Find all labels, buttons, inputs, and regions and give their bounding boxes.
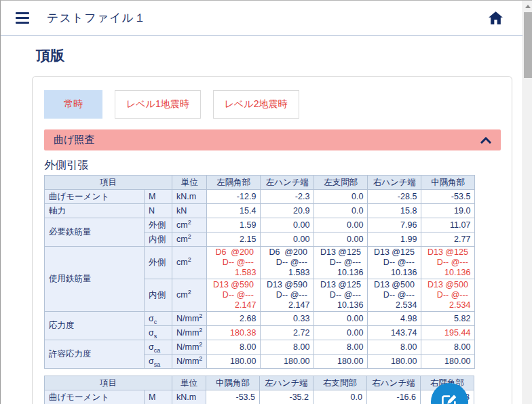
table-cell: 2.68 [207, 312, 261, 326]
outer-tension-table: 項目単位左隅角部左ハンチ端左支間部右ハンチ端中隅角部曲げモーメントMkN.m-1… [44, 175, 475, 369]
table-cell: 外側 [145, 218, 172, 233]
table-cell: D6 @200 D-- @--- 1.583 [261, 247, 314, 279]
table-row: 曲げモーメントMkN.m-53.5-35.20.0-16.6-22.3 [45, 390, 474, 404]
table-cell: N/mm2 [172, 340, 207, 355]
table-cell: M [145, 190, 172, 204]
table-cell: 5.82 [421, 312, 475, 326]
bending-check-section-header[interactable]: 曲げ照査 [44, 129, 501, 150]
table-cell: 右ハンチ端 [367, 376, 421, 390]
table-cell: 0.0 [314, 190, 368, 204]
table-cell: 曲げモーメント [45, 190, 145, 204]
table-cell: D13 @125 D-- @--- 10.136 [314, 247, 368, 279]
condition-tabs: 常時 レベル1地震時 レベル2地震時 [44, 90, 501, 119]
table-cell: 0.0 [314, 204, 368, 218]
table-cell: 右ハンチ端 [368, 176, 421, 190]
table-cell: 応力度 [45, 312, 145, 340]
tab-level1-earthquake[interactable]: レベル1地震時 [115, 90, 201, 119]
table-cell: -53.5 [421, 190, 475, 204]
table-row: 許容応力度σcaN/mm28.008.008.008.008.00 [45, 340, 475, 355]
table-cell: 左隅角部 [207, 176, 261, 190]
table-cell: 曲げモーメント [45, 390, 145, 404]
tab-level2-earthquake[interactable]: レベル2地震時 [213, 90, 299, 119]
table-cell: 15.4 [207, 204, 261, 218]
table-cell: 左ハンチ端 [260, 376, 314, 390]
table-cell: 1.59 [207, 218, 261, 233]
table-cell: 項目 [45, 176, 172, 190]
table-cell: 180.00 [421, 355, 475, 369]
chevron-up-icon[interactable] [480, 137, 491, 144]
table-cell: D13 @125 D-- @--- 10.136 [314, 279, 368, 312]
table-row: 項目単位左隅角部左ハンチ端左支間部右ハンチ端中隅角部 [45, 176, 475, 190]
table-cell: N/mm2 [172, 355, 207, 369]
app-title: テストファイル１ [47, 10, 147, 26]
table-cell: 軸力 [45, 204, 145, 218]
table-cell: 許容応力度 [45, 340, 145, 369]
table-cell: σsa [145, 355, 172, 369]
home-icon[interactable] [489, 12, 503, 24]
table-cell: N/mm2 [172, 312, 207, 326]
table-cell: 180.00 [368, 355, 421, 369]
table-cell: 2.77 [421, 233, 475, 247]
table-cell: 単位 [172, 176, 207, 190]
table-cell: 180.00 [207, 355, 261, 369]
table-cell: -28.5 [368, 190, 421, 204]
results-card: 常時 レベル1地震時 レベル2地震時 曲げ照査 外側引張 項目単位左隅角部左ハン… [32, 76, 512, 404]
table-cell: 0.00 [314, 218, 368, 233]
scrollbar-thumb[interactable] [524, 12, 532, 78]
table-cell: D13 @125 D-- @--- 10.136 [421, 247, 475, 279]
table-cell: 180.00 [261, 355, 314, 369]
tab-jyouji[interactable]: 常時 [44, 90, 102, 119]
table-cell: 0.33 [261, 312, 314, 326]
table-cell: 内側 [145, 279, 172, 312]
table-row: 必要鉄筋量外側cm21.590.000.007.9611.07 [45, 218, 475, 233]
table-cell: 項目 [45, 376, 172, 390]
table-cell: kN.m [172, 390, 206, 404]
table-cell: 2.72 [261, 326, 314, 340]
table-cell: 0.00 [314, 233, 368, 247]
table-cell: 8.00 [314, 340, 368, 355]
table-cell: 内側 [145, 233, 172, 247]
table-cell: D13 @500 D-- @--- 2.534 [421, 279, 475, 312]
table-cell: D13 @590 D-- @--- 2.147 [261, 279, 314, 312]
table-cell: 180.00 [314, 355, 368, 369]
table-cell: 中隅角部 [421, 176, 475, 190]
table-cell: D13 @500 D-- @--- 2.534 [368, 279, 421, 312]
table-cell: 143.74 [368, 326, 421, 340]
table-cell: 左ハンチ端 [261, 176, 314, 190]
table-cell: 8.00 [261, 340, 314, 355]
table-row: 使用鉄筋量外側cm2D6 @200 D-- @--- 1.583D6 @200 … [45, 247, 475, 279]
table-cell: cm2 [172, 233, 207, 247]
vertical-scrollbar[interactable] [522, 1, 532, 404]
table-row: 軸力NkN15.420.90.015.819.0 [45, 204, 475, 218]
table-cell: D13 @125 D-- @--- 10.136 [368, 247, 421, 279]
table-cell: 8.00 [368, 340, 421, 355]
table-cell: D13 @590 D-- @--- 2.147 [207, 279, 261, 312]
table-cell: 使用鉄筋量 [45, 247, 145, 312]
table-cell: 左支間部 [314, 176, 368, 190]
table-cell: M [145, 390, 172, 404]
table-cell: 180.38 [207, 326, 261, 340]
table-cell: 8.00 [421, 340, 475, 355]
table-cell: σc [145, 312, 172, 326]
edit-pencil-icon [440, 392, 459, 404]
table-row: 応力度σcN/mm22.680.330.004.985.82 [45, 312, 475, 326]
table-cell: -35.2 [260, 390, 314, 404]
table-cell: 必要鉄筋量 [45, 218, 145, 247]
table-cell: kN [172, 204, 207, 218]
table-cell: 外側 [145, 247, 172, 279]
table-cell: 1.99 [368, 233, 421, 247]
table-row: 曲げモーメントMkN.m-12.9-2.30.0-28.5-53.5 [45, 190, 475, 204]
table-cell: -12.9 [207, 190, 261, 204]
table-cell: 0.00 [261, 218, 314, 233]
table-cell: kN.m [172, 190, 207, 204]
table-cell: 7.96 [368, 218, 421, 233]
table-cell: N/mm2 [172, 326, 207, 340]
scrollbar-up-arrow-icon[interactable] [525, 5, 531, 8]
menu-icon[interactable] [16, 12, 29, 24]
table-cell: 0.00 [314, 312, 368, 326]
table-cell: cm2 [172, 279, 207, 312]
table-row: 項目単位中隅角部左ハンチ端右支間部右ハンチ端右隅角部 [45, 376, 474, 390]
table-cell: -16.6 [367, 390, 421, 404]
table-cell: 4.98 [368, 312, 421, 326]
table-cell: D6 @200 D-- @--- 1.583 [207, 247, 261, 279]
